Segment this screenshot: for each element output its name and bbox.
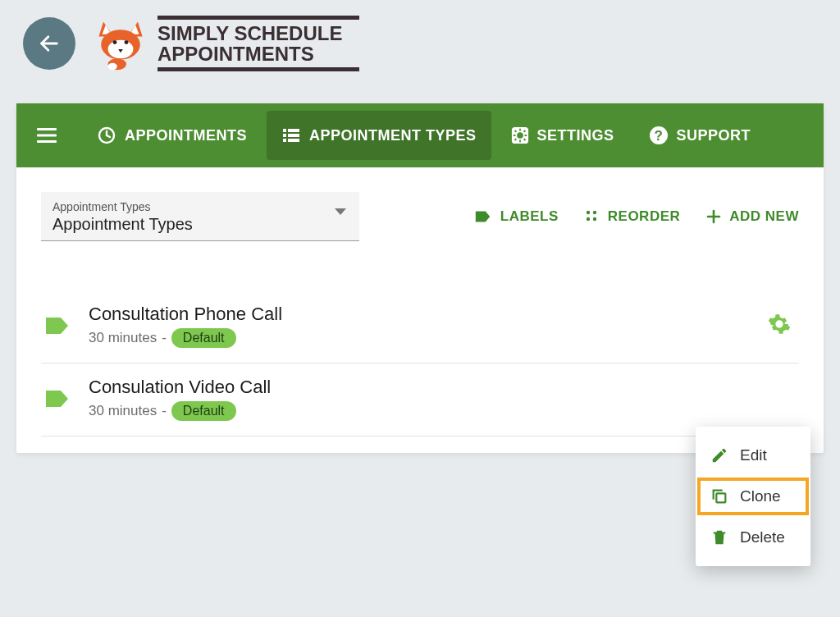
list-icon (281, 126, 301, 145)
logo-rule-bottom (158, 67, 359, 71)
dropdown-label: Appointment Types (52, 200, 348, 213)
svg-point-36 (593, 211, 596, 214)
nav-label: APPOINTMENTS (125, 127, 247, 144)
svg-rect-26 (513, 135, 515, 136)
menu-toggle[interactable] (31, 120, 62, 151)
svg-rect-17 (288, 129, 299, 132)
svg-point-11 (108, 63, 117, 70)
header: SIMPLY SCHEDULE APPOINTMENTS (0, 0, 840, 80)
menu-label: Clone (740, 487, 781, 505)
svg-rect-12 (37, 128, 57, 130)
item-body: Consultation Phone Call 30 minutes - Def… (89, 304, 763, 348)
svg-rect-20 (283, 139, 286, 142)
plus-icon (706, 209, 721, 224)
item-subtitle: 30 minutes - Default (89, 328, 763, 348)
content: Appointment Types Appointment Types LABE… (16, 167, 824, 453)
svg-point-23 (517, 132, 523, 139)
nav-label: APPOINTMENT TYPES (309, 127, 477, 144)
nav-support[interactable]: ? SUPPORT (634, 111, 766, 160)
help-icon: ? (649, 126, 669, 145)
filter-dropdown[interactable]: Appointment Types Appointment Types (41, 192, 359, 241)
pencil-icon (710, 446, 728, 464)
clock-icon (97, 126, 116, 145)
action-label: ADD NEW (729, 208, 799, 225)
default-badge: Default (171, 328, 236, 348)
labels-button[interactable]: LABELS (474, 208, 559, 225)
action-label: LABELS (500, 208, 559, 225)
list-item[interactable]: Consultation Phone Call 30 minutes - Def… (41, 290, 799, 363)
copy-icon (710, 487, 728, 505)
tag-icon (44, 388, 71, 409)
item-duration: 30 minutes (89, 330, 157, 346)
menu-clone[interactable]: Clone (696, 476, 810, 517)
nav-label: SETTINGS (537, 127, 614, 144)
svg-rect-25 (519, 140, 521, 143)
nav-appointments[interactable]: APPOINTMENTS (82, 111, 262, 160)
arrow-left-icon (38, 32, 61, 55)
fox-icon (92, 15, 149, 72)
logo-line2: APPOINTMENTS (158, 43, 359, 64)
svg-rect-16 (283, 129, 286, 132)
svg-rect-13 (37, 135, 57, 137)
svg-point-37 (587, 217, 590, 221)
gear-icon (768, 313, 791, 336)
hamburger-icon (35, 126, 58, 145)
logo: SIMPLY SCHEDULE APPOINTMENTS (92, 15, 359, 72)
chevron-down-icon (335, 208, 346, 217)
svg-point-35 (587, 211, 590, 214)
nav-appointment-types[interactable]: APPOINTMENT TYPES (267, 111, 491, 160)
trash-icon (710, 528, 728, 546)
menu-edit[interactable]: Edit (696, 435, 810, 476)
tag-icon (474, 209, 492, 224)
toolbar: Appointment Types Appointment Types LABE… (41, 192, 799, 241)
back-button[interactable] (23, 17, 75, 70)
context-menu: Edit Clone Delete (696, 427, 810, 566)
drag-handle-icon (585, 209, 600, 224)
svg-rect-24 (519, 129, 521, 131)
menu-label: Delete (740, 528, 785, 546)
action-label: REORDER (608, 208, 681, 225)
svg-rect-21 (288, 139, 299, 142)
logo-text: SIMPLY SCHEDULE APPOINTMENTS (158, 16, 359, 71)
item-title: Consulation Video Call (89, 377, 796, 398)
item-duration: 30 minutes (89, 403, 157, 419)
item-settings-button[interactable] (763, 308, 796, 344)
menu-label: Edit (740, 446, 767, 464)
dropdown-value: Appointment Types (52, 215, 348, 234)
svg-point-8 (125, 40, 129, 44)
nav-settings[interactable]: SETTINGS (496, 111, 629, 160)
tag-icon (44, 315, 71, 336)
item-body: Consulation Video Call 30 minutes - Defa… (89, 377, 796, 421)
svg-rect-41 (716, 493, 725, 502)
item-title: Consultation Phone Call (89, 304, 763, 325)
svg-rect-19 (288, 134, 299, 137)
svg-marker-34 (335, 208, 346, 215)
svg-rect-27 (524, 135, 527, 136)
reorder-button[interactable]: REORDER (585, 208, 681, 225)
svg-rect-18 (283, 134, 286, 137)
list-item[interactable]: Consulation Video Call 30 minutes - Defa… (41, 363, 799, 436)
svg-rect-14 (37, 140, 57, 143)
default-badge: Default (171, 401, 236, 421)
main-panel: APPOINTMENTS APPOINTMENT TYPES SETTINGS … (16, 103, 824, 453)
logo-line1: SIMPLY SCHEDULE (158, 23, 359, 43)
appointment-type-list: Consultation Phone Call 30 minutes - Def… (41, 290, 799, 436)
svg-text:?: ? (654, 128, 663, 144)
item-subtitle: 30 minutes - Default (89, 401, 796, 421)
gear-box-icon (511, 126, 529, 144)
menu-delete[interactable]: Delete (696, 517, 810, 558)
navbar: APPOINTMENTS APPOINTMENT TYPES SETTINGS … (16, 103, 824, 167)
svg-point-38 (593, 217, 596, 221)
add-new-button[interactable]: ADD NEW (706, 208, 799, 225)
action-bar: LABELS REORDER ADD NEW (474, 208, 799, 225)
nav-label: SUPPORT (677, 127, 751, 144)
svg-point-7 (113, 40, 117, 44)
